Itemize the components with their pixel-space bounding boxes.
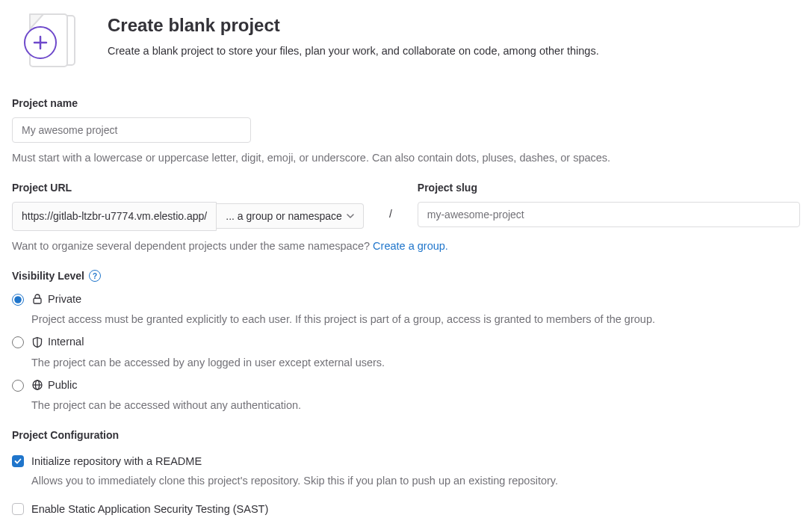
project-url-section: Project URL https://gitlab-ltzbr-u7774.v… [12, 180, 800, 255]
namespace-select[interactable]: ... a group or namespace [217, 203, 364, 229]
visibility-label: Visibility Level [12, 268, 84, 284]
project-name-section: Project name Must start with a lowercase… [12, 96, 800, 167]
url-slash: / [382, 200, 400, 228]
svg-rect-5 [34, 298, 41, 303]
readme-desc: Allows you to immediately clone this pro… [31, 473, 800, 490]
chevron-down-icon [347, 212, 354, 220]
visibility-private-radio[interactable] [12, 294, 24, 306]
project-slug-label: Project slug [418, 180, 800, 196]
visibility-private-label: Private [48, 292, 81, 308]
project-name-input[interactable] [12, 117, 251, 143]
shield-icon [31, 336, 43, 348]
lock-icon [31, 293, 43, 305]
globe-icon [31, 379, 43, 391]
readme-checkbox[interactable] [12, 455, 24, 467]
project-url-prefix: https://gitlab-ltzbr-u7774.vm.elestio.ap… [12, 202, 217, 231]
create-group-link[interactable]: Create a group. [373, 240, 448, 252]
visibility-public-radio[interactable] [12, 380, 24, 392]
namespace-select-label: ... a group or namespace [226, 210, 342, 222]
visibility-section: Visibility Level ? Private Project acces… [12, 268, 800, 415]
project-name-label: Project name [12, 96, 800, 111]
project-slug-input[interactable] [418, 202, 800, 227]
visibility-private-desc: Project access must be granted explicitl… [31, 312, 800, 328]
visibility-internal-desc: The project can be accessed by any logge… [31, 355, 800, 371]
visibility-public-label: Public [48, 377, 78, 394]
visibility-internal-radio[interactable] [12, 336, 24, 348]
readme-label: Initialize repository with a README [31, 454, 202, 470]
config-section: Project Configuration Initialize reposit… [12, 428, 800, 518]
blank-project-icon [12, 12, 87, 73]
sast-checkbox[interactable] [12, 503, 24, 515]
page-header: Create blank project Create a blank proj… [12, 12, 800, 73]
visibility-public-desc: The project can be accessed without any … [31, 398, 800, 414]
page-title: Create blank project [108, 12, 599, 39]
project-url-label: Project URL [12, 180, 364, 196]
check-icon [14, 457, 22, 465]
page-subtitle: Create a blank project to store your fil… [108, 43, 599, 60]
sast-label: Enable Static Application Security Testi… [31, 502, 268, 518]
organize-hint: Want to organize several dependent proje… [12, 238, 800, 255]
project-name-hint: Must start with a lowercase or uppercase… [12, 150, 800, 167]
visibility-internal-label: Internal [48, 334, 84, 351]
help-icon[interactable]: ? [89, 270, 101, 282]
config-label: Project Configuration [12, 428, 800, 443]
